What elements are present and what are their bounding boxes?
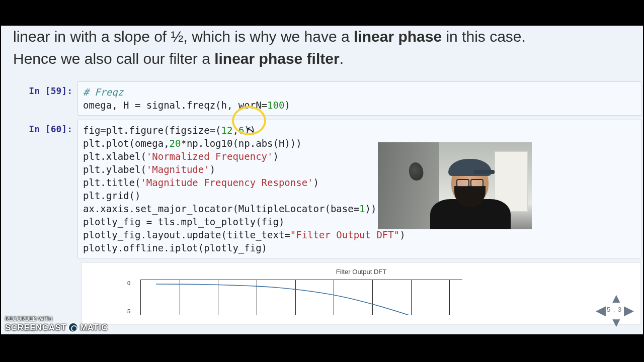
plot-line (141, 280, 463, 315)
y-tick-label: -5 (119, 308, 130, 314)
code-line: plotly.offline.iplot(plotly_fig) (83, 242, 267, 253)
prose-bold: linear phase (354, 28, 442, 45)
watermark-line1: RECORDED WITH (5, 316, 108, 322)
screencast-o-matic-logo-icon (68, 322, 78, 333)
code-line: plt.grid() (83, 190, 140, 201)
code-line: plotly_fig.layout.update(title_text="Fil… (83, 229, 406, 240)
slide-nav: ▲ ◀ 5 . 3 ▶ ▼ (594, 293, 639, 333)
prose-text: . (340, 50, 344, 67)
code-input[interactable]: fig=plt.figure(figsize=(12,6)) plt.plot(… (77, 120, 642, 258)
prose-text: Hence we also call our filter a (13, 50, 214, 67)
recorder-watermark: RECORDED WITH SCREENCAST MATIC (5, 316, 108, 333)
slide-number: 5 . 3 (607, 306, 622, 313)
prose-text: in this case. (442, 28, 526, 45)
notebook-cell: In [60]: fig=plt.figure(figsize=(12,6)) … (1, 120, 643, 258)
prose-bold: linear phase filter (214, 50, 339, 67)
plotly-figure[interactable]: Filter Output DFT 0 -5 (82, 262, 641, 325)
nav-up-button[interactable]: ▲ (610, 291, 623, 306)
nav-down-button[interactable]: ▼ (610, 315, 623, 330)
code-input[interactable]: # Freqz omega, H = signal.freqz(h, worN=… (77, 81, 642, 116)
notebook-cell: In [59]: # Freqz omega, H = signal.freqz… (1, 81, 643, 116)
code-line: plt.xlabel('Normalized Frequency') (83, 151, 279, 162)
watermark-brand-b: MATIC (80, 323, 108, 332)
plot-title: Filter Output DFT (90, 268, 632, 276)
prose-text: linear in with a slope of ½, which is wh… (13, 28, 354, 45)
input-prompt: In [60]: (1, 120, 77, 134)
plot-axes (140, 280, 462, 315)
code-line: fig=plt.figure(figsize=(12,6)) (83, 125, 256, 136)
code-line: plt.ylabel('Magnitude') (83, 164, 215, 175)
webcam-overlay (378, 142, 532, 229)
prose-paragraph: linear in with a slope of ½, which is wh… (1, 26, 643, 78)
watermark-brand-a: SCREENCAST (5, 323, 66, 332)
code-line: plotly_fig = tls.mpl_to_plotly(fig) (83, 216, 284, 227)
cell-output: Filter Output DFT 0 -5 (82, 262, 641, 325)
code-line: omega, H = signal.freqz(h, worN=100) (83, 100, 290, 111)
nav-left-button[interactable]: ◀ (596, 303, 606, 318)
code-comment: # Freqz (83, 86, 123, 98)
code-line: ax.xaxis.set_major_locator(MultipleLocat… (83, 203, 376, 214)
slide-content: linear in with a slope of ½, which is wh… (1, 26, 643, 334)
y-tick-label: 0 (119, 280, 130, 286)
code-line: plt.title('Magnitude Frequency Response'… (83, 177, 319, 188)
code-line: plt.plot(omega,20*np.log10(np.abs(H))) (83, 138, 302, 149)
nav-right-button[interactable]: ▶ (624, 303, 634, 318)
input-prompt: In [59]: (1, 81, 77, 96)
